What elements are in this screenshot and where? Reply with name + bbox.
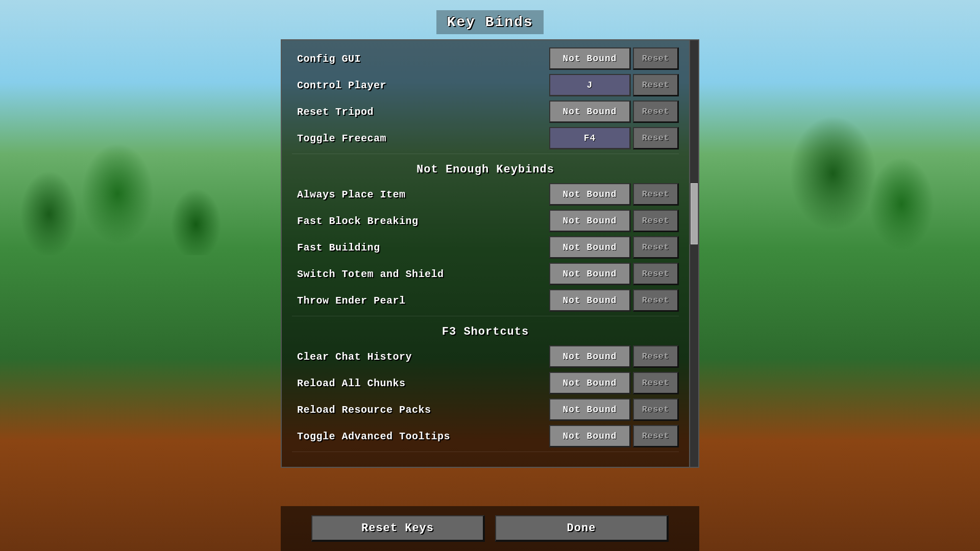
keybind-row: Throw Ender PearlNot BoundReset bbox=[292, 287, 679, 314]
reset-binding-button[interactable]: Reset bbox=[633, 236, 679, 259]
keybind-row: Always Place ItemNot BoundReset bbox=[292, 181, 679, 208]
keybind-row: Reload Resource PacksNot BoundReset bbox=[292, 396, 679, 423]
keybind-label: Control Player bbox=[292, 80, 549, 91]
key-binding-button[interactable]: Not Bound bbox=[549, 101, 631, 123]
keybind-button-group: Not BoundReset bbox=[549, 345, 679, 368]
reset-binding-button[interactable]: Reset bbox=[633, 101, 679, 123]
keybind-button-group: F4Reset bbox=[549, 127, 679, 149]
keybind-button-group: Not BoundReset bbox=[549, 101, 679, 123]
keybind-button-group: JReset bbox=[549, 74, 679, 96]
section-divider bbox=[292, 452, 679, 452]
keybind-button-group: Not BoundReset bbox=[549, 210, 679, 232]
keybind-label: Throw Ender Pearl bbox=[292, 295, 549, 307]
keybind-button-group: Not BoundReset bbox=[549, 425, 679, 447]
keybind-label: Reload Resource Packs bbox=[292, 404, 549, 416]
key-binding-button[interactable]: Not Bound bbox=[549, 236, 631, 259]
keybind-button-group: Not BoundReset bbox=[549, 183, 679, 206]
key-binding-button[interactable]: Not Bound bbox=[549, 398, 631, 421]
key-binding-button[interactable]: Not Bound bbox=[549, 263, 631, 285]
key-binding-button[interactable]: Not Bound bbox=[549, 345, 631, 368]
keybind-row: Toggle FreecamF4Reset bbox=[292, 125, 679, 152]
key-binding-button[interactable]: Not Bound bbox=[549, 183, 631, 206]
reset-binding-button[interactable]: Reset bbox=[633, 289, 679, 312]
keybind-button-group: Not BoundReset bbox=[549, 289, 679, 312]
key-binding-button[interactable]: Not Bound bbox=[549, 372, 631, 394]
page-title: Key Binds bbox=[447, 14, 533, 30]
keybind-row: Config GUINot BoundReset bbox=[292, 45, 679, 72]
scrollbar-thumb[interactable] bbox=[691, 183, 698, 244]
key-binding-button[interactable]: Not Bound bbox=[549, 289, 631, 312]
keybind-row: Fast BuildingNot BoundReset bbox=[292, 234, 679, 261]
reset-binding-button[interactable]: Reset bbox=[633, 210, 679, 232]
reset-binding-button[interactable]: Reset bbox=[633, 345, 679, 368]
keybind-label: Config GUI bbox=[292, 53, 549, 65]
done-button[interactable]: Done bbox=[495, 515, 669, 542]
scroll-content[interactable]: Config GUINot BoundResetControl PlayerJR… bbox=[282, 40, 689, 467]
section-divider bbox=[292, 316, 679, 316]
reset-keys-button[interactable]: Reset Keys bbox=[311, 515, 485, 542]
keybind-label: Toggle Freecam bbox=[292, 133, 549, 144]
key-binding-button[interactable]: J bbox=[549, 74, 631, 96]
keybind-row: Reload All ChunksNot BoundReset bbox=[292, 370, 679, 396]
title-bar: Key Binds bbox=[436, 10, 543, 34]
keybind-row: Fast Block BreakingNot BoundReset bbox=[292, 208, 679, 234]
keybind-label: Always Place Item bbox=[292, 189, 549, 201]
keybind-button-group: Not BoundReset bbox=[549, 398, 679, 421]
reset-binding-button[interactable]: Reset bbox=[633, 127, 679, 149]
keybind-scroll-panel: Config GUINot BoundResetControl PlayerJR… bbox=[281, 39, 699, 468]
reset-binding-button[interactable]: Reset bbox=[633, 183, 679, 206]
keybind-row: Toggle Advanced TooltipsNot BoundReset bbox=[292, 423, 679, 449]
key-binding-button[interactable]: Not Bound bbox=[549, 210, 631, 232]
reset-binding-button[interactable]: Reset bbox=[633, 263, 679, 285]
keybind-row: Reset TripodNot BoundReset bbox=[292, 98, 679, 125]
keybind-label: Reset Tripod bbox=[292, 106, 549, 118]
key-binding-button[interactable]: F4 bbox=[549, 127, 631, 149]
keybind-label: Clear Chat History bbox=[292, 351, 549, 363]
scrollbar-track bbox=[689, 40, 698, 467]
keybind-row: Clear Chat HistoryNot BoundReset bbox=[292, 343, 679, 370]
keybind-label: Switch Totem and Shield bbox=[292, 268, 549, 280]
keybind-button-group: Not BoundReset bbox=[549, 236, 679, 259]
key-binding-button[interactable]: Not Bound bbox=[549, 425, 631, 447]
reset-binding-button[interactable]: Reset bbox=[633, 372, 679, 394]
key-binding-button[interactable]: Not Bound bbox=[549, 47, 631, 70]
section-header-f3-shortcuts: F3 Shortcuts bbox=[292, 318, 679, 343]
keybind-label: Reload All Chunks bbox=[292, 378, 549, 389]
keybind-button-group: Not BoundReset bbox=[549, 47, 679, 70]
keybind-row: Switch Totem and ShieldNot BoundReset bbox=[292, 261, 679, 287]
bottom-bar: Reset Keys Done bbox=[281, 506, 699, 551]
panel-container: Key Binds Config GUINot BoundResetContro… bbox=[260, 0, 720, 551]
section-divider bbox=[292, 154, 679, 154]
keybind-label: Fast Building bbox=[292, 242, 549, 254]
keybind-label: Fast Block Breaking bbox=[292, 215, 549, 227]
reset-binding-button[interactable]: Reset bbox=[633, 398, 679, 421]
reset-binding-button[interactable]: Reset bbox=[633, 47, 679, 70]
section-header-not-enough-keybinds: Not Enough Keybinds bbox=[292, 156, 679, 181]
keybind-row: Control PlayerJReset bbox=[292, 72, 679, 98]
keybind-label: Toggle Advanced Tooltips bbox=[292, 431, 549, 442]
keybind-button-group: Not BoundReset bbox=[549, 263, 679, 285]
reset-binding-button[interactable]: Reset bbox=[633, 425, 679, 447]
keybind-button-group: Not BoundReset bbox=[549, 372, 679, 394]
reset-binding-button[interactable]: Reset bbox=[633, 74, 679, 96]
